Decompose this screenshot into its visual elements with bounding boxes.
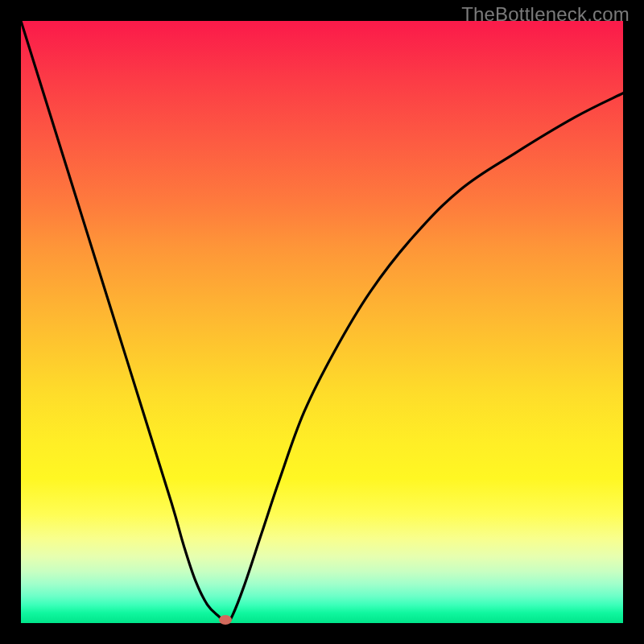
plot-area (21, 21, 623, 623)
optimal-point-marker (219, 615, 232, 625)
watermark-text: TheBottleneck.com (461, 3, 630, 26)
chart-container: TheBottleneck.com (0, 0, 644, 644)
curve-svg (21, 21, 623, 623)
bottleneck-curve (21, 21, 623, 623)
